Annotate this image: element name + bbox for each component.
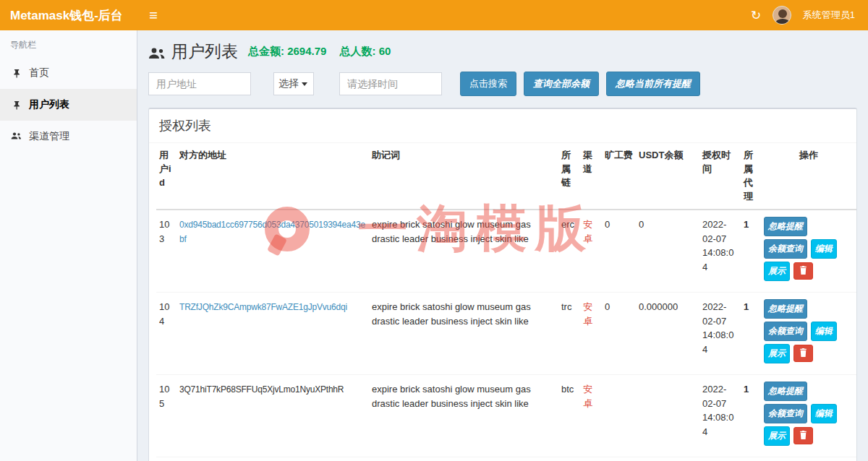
avatar[interactable] [773, 6, 791, 25]
channel-cell: 安卓 [580, 210, 602, 293]
miner-fee-cell: 0 [602, 210, 636, 293]
ignore-alert-button[interactable]: 忽略提醒 [764, 382, 807, 401]
usdt-balance-cell [636, 375, 699, 457]
main-content: 用户列表 总金额: 2694.79 总人数: 60 选择 点击搜索 查询全部余额… [137, 30, 868, 461]
navbar-right: ↺ 系统管理员1 [751, 0, 868, 30]
hamburger-icon: ≡ [149, 7, 158, 24]
delete-button[interactable] [793, 262, 813, 280]
miner-fee-cell [602, 375, 636, 457]
col-header-address: 对方的地址 [176, 143, 369, 210]
sidebar-item-channel-mgmt[interactable]: 渠道管理 [0, 121, 137, 152]
trash-icon [799, 431, 807, 439]
pin-icon [11, 100, 22, 111]
table-header-row: 用户id 对方的地址 助记词 所属链 渠道 旷工费 USDT余额 授权时间 所属… [156, 143, 856, 210]
user-address-input[interactable] [148, 72, 251, 95]
summary-totals: 总金额: 2694.79 总人数: 60 [248, 45, 401, 59]
chain-cell: erc [558, 210, 580, 293]
edit-button[interactable]: 编辑 [811, 322, 837, 341]
mnemonic-cell: expire brick satoshi glow museum gas dra… [369, 293, 558, 375]
mnemonic-cell: nasty vendor jacket autumn win name slus… [369, 457, 558, 461]
auth-time-cell: 2022-02-07 14:08:04 [699, 293, 741, 375]
admin-name[interactable]: 系统管理员1 [803, 9, 855, 22]
panel-title: 授权列表 [149, 109, 856, 143]
page-title: 用户列表 [148, 40, 238, 63]
address-cell: 0x58f0d548e4a2dc8e4bf59d3ffe2ac9a9da7927… [176, 457, 369, 461]
users-icon [148, 45, 166, 59]
total-amount-label: 总金额: [248, 45, 284, 57]
col-header-user-id: 用户id [156, 143, 176, 210]
sidebar: 导航栏 首页 用户列表 渠道管理 [0, 30, 137, 461]
chain-select[interactable]: 选择 [273, 72, 314, 95]
delete-button[interactable] [793, 427, 813, 444]
top-navbar: Metamask钱包-后台 ≡ ↺ 系统管理员1 [0, 0, 868, 30]
delete-button[interactable] [793, 345, 813, 362]
col-header-miner-fee: 旷工费 [602, 143, 636, 210]
usdt-balance-cell: 0 [636, 457, 699, 461]
show-button[interactable]: 展示 [764, 262, 790, 281]
address-link[interactable]: 3Q71hiT7kP68SFFUq5XjvLmo1NyuXPthhR [179, 384, 344, 395]
actions-cell: 忽略提醒 余额查询 编辑 展示 [761, 375, 856, 457]
users-icon [11, 132, 22, 142]
edit-button[interactable]: 编辑 [811, 404, 837, 423]
table-body: 103 0xd945bad1cc697756d053da43705019394e… [156, 210, 856, 461]
col-header-actions: 操作 [761, 143, 856, 210]
auth-time-cell: 2022-02-07 14:08:04 [699, 375, 741, 457]
edit-button[interactable]: 编辑 [811, 239, 837, 259]
col-header-mnemonic: 助记词 [369, 143, 558, 210]
table-row: 105 3Q71hiT7kP68SFFUq5XjvLmo1NyuXPthhR e… [156, 375, 856, 457]
query-all-balance-button[interactable]: 查询全部余额 [524, 72, 599, 96]
page-title-text: 用户列表 [171, 40, 238, 63]
chain-cell: btc [558, 375, 580, 457]
show-button[interactable]: 展示 [764, 344, 790, 363]
ignore-alert-button[interactable]: 忽略提醒 [764, 299, 807, 319]
ignore-alert-button[interactable]: 忽略提醒 [764, 217, 807, 236]
sidebar-item-label: 渠道管理 [29, 130, 69, 143]
sidebar-item-label: 用户列表 [29, 98, 69, 111]
search-button[interactable]: 点击搜索 [460, 72, 516, 96]
filter-bar: 选择 点击搜索 查询全部余额 忽略当前所有提醒 [148, 72, 857, 96]
sidebar-header: 导航栏 [0, 30, 137, 57]
address-cell: 0xd945bad1cc697756d053da43705019394ea43e… [176, 210, 369, 293]
address-link[interactable]: TRZfJQhZk9CAmpwk87FwAZE1gJpVvu6dqi [179, 302, 347, 312]
mnemonic-cell: expire brick satoshi glow museum gas dra… [369, 375, 558, 457]
agent-cell: 1 [741, 293, 761, 375]
col-header-chain: 所属链 [558, 143, 580, 210]
table-row: 103 0xd945bad1cc697756d053da43705019394e… [156, 210, 856, 293]
channel-cell: 安卓 [580, 375, 602, 457]
refresh-icon[interactable]: ↺ [751, 8, 761, 23]
miner-fee-cell: 0 [602, 293, 636, 375]
col-header-agent: 所属代理 [741, 143, 761, 210]
ignore-all-alerts-button[interactable]: 忽略当前所有提醒 [606, 72, 700, 96]
actions-cell: 忽略提醒 余额查询 编辑 展示 [761, 457, 856, 461]
col-header-channel: 渠道 [580, 143, 602, 210]
table-row: 100 0x58f0d548e4a2dc8e4bf59d3ffe2ac9a9da… [156, 457, 856, 461]
actions-cell: 忽略提醒 余额查询 编辑 展示 [761, 210, 856, 293]
address-link[interactable]: 0xd945bad1cc697756d053da43705019394ea43e… [179, 220, 365, 244]
sidebar-item-label: 首页 [29, 66, 49, 79]
table-row: 104 TRZfJQhZk9CAmpwk87FwAZE1gJpVvu6dqi e… [156, 293, 856, 375]
user-id-cell: 104 [156, 293, 176, 375]
actions-cell: 忽略提醒 余额查询 编辑 展示 [761, 293, 856, 375]
user-id-cell: 105 [156, 375, 176, 457]
col-header-auth-time: 授权时间 [699, 143, 741, 210]
sidebar-item-user-list[interactable]: 用户列表 [0, 89, 137, 121]
app-brand[interactable]: Metamask钱包-后台 [0, 0, 137, 30]
col-header-usdt-balance: USDT余额 [636, 143, 699, 210]
sidebar-item-home[interactable]: 首页 [0, 57, 137, 89]
time-picker-input[interactable] [339, 72, 442, 95]
trash-icon [799, 348, 807, 357]
chain-select-value: 选择 [278, 77, 300, 90]
sidebar-toggle[interactable]: ≡ [137, 0, 169, 30]
balance-query-button[interactable]: 余额查询 [764, 404, 807, 423]
balance-query-button[interactable]: 余额查询 [764, 239, 807, 259]
miner-fee-cell: 0 [602, 457, 636, 461]
chain-cell: trc [558, 293, 580, 375]
usdt-balance-cell: 0 [636, 210, 699, 293]
caret-down-icon [302, 82, 307, 86]
address-cell: 3Q71hiT7kP68SFFUq5XjvLmo1NyuXPthhR [176, 375, 369, 457]
total-amount-value: 2694.79 [287, 45, 326, 57]
authorization-list-panel: 授权列表 用户id 对方的地址 助记词 所属链 渠道 旷工费 USDT余额 授权… [148, 108, 857, 461]
show-button[interactable]: 展示 [764, 426, 790, 446]
balance-query-button[interactable]: 余额查询 [764, 322, 807, 341]
channel-cell: 安卓 [580, 293, 602, 375]
